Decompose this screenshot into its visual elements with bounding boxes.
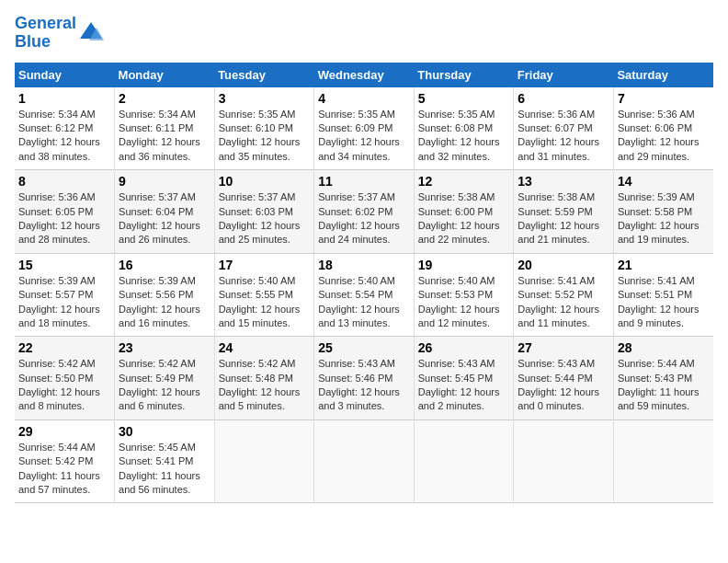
calendar-cell: 25Sunrise: 5:43 AMSunset: 5:46 PMDayligh…: [314, 337, 415, 420]
calendar-cell: [414, 419, 514, 503]
calendar-cell: 27Sunrise: 5:43 AMSunset: 5:44 PMDayligh…: [514, 337, 614, 420]
day-number: 25: [318, 340, 410, 355]
sunrise-info: Sunrise: 5:34 AM: [18, 109, 96, 120]
day-info: Sunrise: 5:38 AMSunset: 5:59 PMDaylight:…: [518, 190, 609, 247]
daylight-minutes: and 22 minutes.: [418, 234, 490, 245]
daylight-label: Daylight: 12 hours: [219, 386, 301, 397]
daylight-label: Daylight: 11 hours: [119, 470, 200, 481]
day-info: Sunrise: 5:42 AMSunset: 5:50 PMDaylight:…: [18, 357, 110, 414]
daylight-label: Daylight: 12 hours: [618, 136, 700, 147]
day-info: Sunrise: 5:39 AMSunset: 5:56 PMDaylight:…: [119, 274, 210, 331]
daylight-minutes: and 59 minutes.: [618, 400, 689, 411]
daylight-label: Daylight: 12 hours: [119, 386, 200, 397]
col-monday: Monday: [115, 63, 215, 87]
calendar-cell: 6Sunrise: 5:36 AMSunset: 6:07 PMDaylight…: [514, 87, 614, 170]
day-info: Sunrise: 5:42 AMSunset: 5:49 PMDaylight:…: [119, 357, 210, 414]
sunrise-info: Sunrise: 5:41 AM: [518, 275, 595, 286]
day-info: Sunrise: 5:34 AMSunset: 6:11 PMDaylight:…: [119, 108, 210, 165]
daylight-label: Daylight: 11 hours: [618, 386, 700, 397]
day-info: Sunrise: 5:43 AMSunset: 5:45 PMDaylight:…: [418, 357, 510, 414]
calendar-cell: [613, 419, 713, 503]
day-number: 20: [518, 258, 609, 272]
sunrise-info: Sunrise: 5:37 AM: [318, 191, 395, 202]
calendar-row: 22Sunrise: 5:42 AMSunset: 5:50 PMDayligh…: [15, 337, 713, 420]
day-info: Sunrise: 5:37 AMSunset: 6:03 PMDaylight:…: [219, 190, 311, 247]
daylight-label: Daylight: 12 hours: [219, 304, 301, 315]
calendar-cell: 23Sunrise: 5:42 AMSunset: 5:49 PMDayligh…: [115, 337, 215, 420]
daylight-label: Daylight: 12 hours: [418, 136, 500, 147]
sunrise-info: Sunrise: 5:36 AM: [518, 109, 595, 120]
day-number: 7: [618, 91, 710, 106]
day-info: Sunrise: 5:40 AMSunset: 5:53 PMDaylight:…: [418, 274, 510, 331]
daylight-label: Daylight: 12 hours: [18, 136, 100, 147]
day-info: Sunrise: 5:40 AMSunset: 5:55 PMDaylight:…: [219, 274, 311, 331]
sunset-info: Sunset: 6:08 PM: [418, 122, 493, 133]
calendar-cell: [514, 419, 614, 503]
daylight-label: Daylight: 12 hours: [618, 220, 700, 231]
daylight-label: Daylight: 11 hours: [18, 470, 100, 481]
day-info: Sunrise: 5:35 AMSunset: 6:10 PMDaylight:…: [219, 108, 311, 165]
sunset-info: Sunset: 5:44 PM: [518, 373, 592, 384]
daylight-minutes: and 3 minutes.: [318, 400, 384, 411]
daylight-minutes: and 25 minutes.: [219, 234, 290, 245]
col-thursday: Thursday: [414, 63, 514, 87]
calendar-cell: 1Sunrise: 5:34 AMSunset: 6:12 PMDaylight…: [15, 87, 115, 170]
calendar-cell: [314, 419, 415, 503]
sunrise-info: Sunrise: 5:39 AM: [618, 191, 695, 202]
calendar-cell: 19Sunrise: 5:40 AMSunset: 5:53 PMDayligh…: [414, 253, 514, 337]
sunset-info: Sunset: 5:53 PM: [418, 289, 493, 300]
day-number: 21: [618, 258, 710, 272]
sunrise-info: Sunrise: 5:36 AM: [618, 109, 695, 120]
daylight-label: Daylight: 12 hours: [418, 304, 500, 315]
daylight-minutes: and 21 minutes.: [518, 234, 589, 245]
calendar-cell: 15Sunrise: 5:39 AMSunset: 5:57 PMDayligh…: [15, 253, 115, 337]
daylight-label: Daylight: 12 hours: [119, 304, 200, 315]
daylight-label: Daylight: 12 hours: [518, 304, 599, 315]
day-number: 16: [119, 258, 210, 272]
sunrise-info: Sunrise: 5:43 AM: [518, 358, 595, 369]
day-number: 5: [418, 91, 510, 106]
sunset-info: Sunset: 5:59 PM: [518, 206, 592, 217]
daylight-minutes: and 8 minutes.: [18, 400, 85, 411]
daylight-label: Daylight: 12 hours: [219, 220, 301, 231]
calendar-cell: 21Sunrise: 5:41 AMSunset: 5:51 PMDayligh…: [613, 253, 713, 337]
day-info: Sunrise: 5:41 AMSunset: 5:52 PMDaylight:…: [518, 274, 609, 331]
calendar-cell: 8Sunrise: 5:36 AMSunset: 6:05 PMDaylight…: [15, 170, 115, 254]
sunset-info: Sunset: 5:49 PM: [119, 373, 193, 384]
sunset-info: Sunset: 5:46 PM: [318, 373, 392, 384]
day-number: 10: [219, 174, 311, 189]
calendar-cell: 16Sunrise: 5:39 AMSunset: 5:56 PMDayligh…: [115, 253, 215, 337]
calendar-cell: 17Sunrise: 5:40 AMSunset: 5:55 PMDayligh…: [214, 253, 314, 337]
calendar-table: Sunday Monday Tuesday Wednesday Thursday…: [15, 63, 713, 504]
daylight-minutes: and 56 minutes.: [119, 484, 190, 495]
sunrise-info: Sunrise: 5:43 AM: [318, 358, 395, 369]
calendar-cell: 18Sunrise: 5:40 AMSunset: 5:54 PMDayligh…: [314, 253, 415, 337]
daylight-minutes: and 15 minutes.: [219, 317, 290, 328]
day-number: 13: [518, 174, 609, 189]
day-info: Sunrise: 5:39 AMSunset: 5:57 PMDaylight:…: [18, 274, 110, 331]
daylight-label: Daylight: 12 hours: [119, 220, 200, 231]
sunrise-info: Sunrise: 5:35 AM: [418, 109, 495, 120]
sunrise-info: Sunrise: 5:36 AM: [18, 191, 96, 202]
sunset-info: Sunset: 6:04 PM: [119, 206, 193, 217]
daylight-minutes: and 26 minutes.: [119, 234, 190, 245]
col-tuesday: Tuesday: [214, 63, 314, 87]
day-number: 27: [518, 340, 609, 355]
calendar-cell: 26Sunrise: 5:43 AMSunset: 5:45 PMDayligh…: [414, 337, 514, 420]
day-info: Sunrise: 5:43 AMSunset: 5:46 PMDaylight:…: [318, 357, 410, 414]
sunset-info: Sunset: 5:58 PM: [618, 206, 692, 217]
daylight-minutes: and 57 minutes.: [18, 484, 90, 495]
sunset-info: Sunset: 5:57 PM: [18, 289, 93, 300]
day-info: Sunrise: 5:41 AMSunset: 5:51 PMDaylight:…: [618, 274, 710, 331]
header-row: Sunday Monday Tuesday Wednesday Thursday…: [15, 63, 713, 87]
sunrise-info: Sunrise: 5:39 AM: [119, 275, 196, 286]
daylight-minutes: and 18 minutes.: [18, 317, 90, 328]
day-info: Sunrise: 5:36 AMSunset: 6:07 PMDaylight:…: [518, 108, 609, 165]
sunrise-info: Sunrise: 5:44 AM: [618, 358, 695, 369]
sunset-info: Sunset: 6:02 PM: [318, 206, 392, 217]
daylight-minutes: and 13 minutes.: [318, 317, 390, 328]
daylight-label: Daylight: 12 hours: [518, 386, 599, 397]
sunrise-info: Sunrise: 5:42 AM: [119, 358, 196, 369]
day-number: 17: [219, 258, 311, 272]
sunrise-info: Sunrise: 5:42 AM: [18, 358, 96, 369]
